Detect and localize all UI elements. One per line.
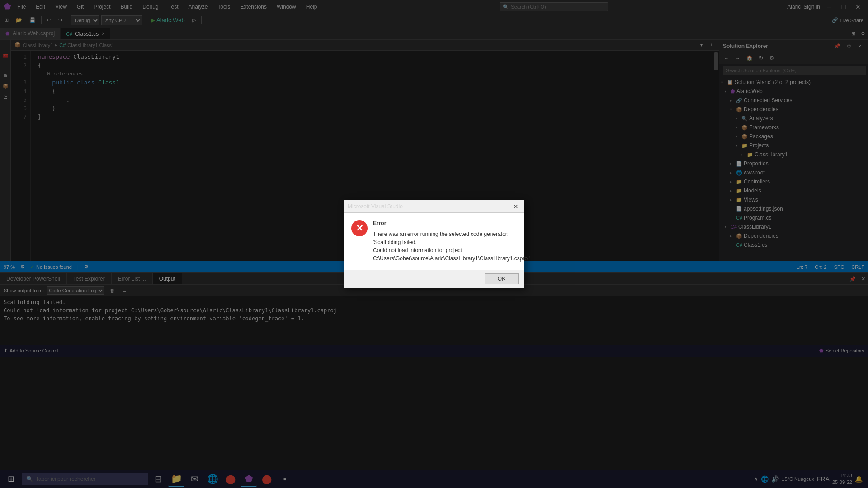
- dialog-titlebar: Microsoft Visual Studio ✕: [344, 200, 524, 213]
- dialog-text: Error There was an error running the sel…: [373, 220, 530, 263]
- dialog-title: Microsoft Visual Studio: [348, 203, 403, 210]
- ok-button[interactable]: OK: [485, 273, 519, 284]
- dialog-msg-line3: Could not load information for project: [373, 247, 462, 253]
- dialog-footer: OK: [344, 270, 524, 288]
- dialog-msg-line1: There was an error running the selected …: [373, 231, 509, 237]
- dialog-msg-line4: C:\Users\Gober\source\Alaric\ClassLibrar…: [373, 255, 530, 262]
- dialog-error-title: Error: [373, 220, 530, 226]
- modal-overlay: Microsoft Visual Studio ✕ ✕ Error There …: [0, 0, 868, 488]
- dialog-body: ✕ Error There was an error running the s…: [344, 213, 524, 270]
- dialog-close-button[interactable]: ✕: [511, 202, 520, 211]
- dialog-error-msg: There was an error running the selected …: [373, 230, 530, 263]
- dialog-msg-line2: 'Scaffolding failed.: [373, 239, 417, 245]
- error-icon: ✕: [351, 220, 368, 236]
- error-dialog: Microsoft Visual Studio ✕ ✕ Error There …: [344, 200, 524, 288]
